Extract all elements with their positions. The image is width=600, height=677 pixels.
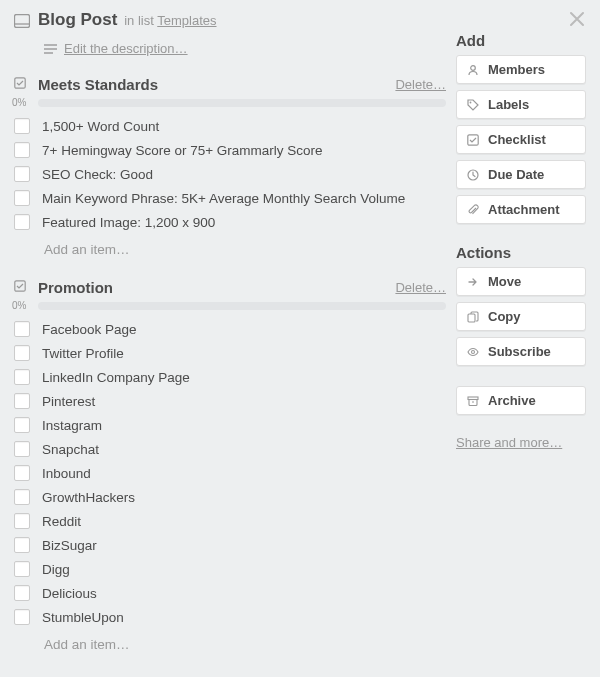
checklist-item[interactable]: Facebook Page: [10, 317, 446, 341]
checklist-item[interactable]: Twitter Profile: [10, 341, 446, 365]
checklist-item[interactable]: 1,500+ Word Count: [10, 114, 446, 138]
checklist-icon: [12, 280, 32, 296]
button-label: Copy: [488, 309, 521, 324]
checkbox[interactable]: [14, 142, 30, 158]
svg-rect-13: [468, 397, 478, 400]
checklist-item[interactable]: Instagram: [10, 413, 446, 437]
checklist-item[interactable]: SEO Check: Good: [10, 162, 446, 186]
checklist-item[interactable]: Delicious: [10, 581, 446, 605]
action-move-button[interactable]: Move: [456, 267, 586, 296]
card-header: Blog Post in list Templates: [10, 10, 446, 31]
checklist-item[interactable]: Pinterest: [10, 389, 446, 413]
checkbox[interactable]: [14, 190, 30, 206]
checkbox[interactable]: [14, 417, 30, 433]
checklist-item-label: Facebook Page: [42, 322, 137, 337]
checklist-header: Meets StandardsDelete…: [10, 76, 446, 93]
add-labels-button[interactable]: Labels: [456, 90, 586, 119]
checklist-title[interactable]: Meets Standards: [38, 76, 395, 93]
archive-icon: [466, 395, 480, 407]
checklist-item[interactable]: StumbleUpon: [10, 605, 446, 629]
checklist-item-label: Delicious: [42, 586, 97, 601]
checklist-delete-link[interactable]: Delete…: [395, 77, 446, 92]
checklist-item[interactable]: Main Keyword Phrase: 5K+ Average Monthly…: [10, 186, 446, 210]
checklist-icon: [466, 134, 480, 146]
checklist-delete-link[interactable]: Delete…: [395, 280, 446, 295]
checkbox[interactable]: [14, 561, 30, 577]
move-icon: [466, 276, 480, 288]
add-item-link[interactable]: Add an item…: [44, 637, 446, 652]
description-icon: [42, 44, 58, 54]
checklist-item[interactable]: Digg: [10, 557, 446, 581]
card-main: Blog Post in list Templates Edit the des…: [10, 10, 456, 674]
add-checklist-button[interactable]: Checklist: [456, 125, 586, 154]
checklist-item[interactable]: Reddit: [10, 509, 446, 533]
checklist-item[interactable]: GrowthHackers: [10, 485, 446, 509]
svg-rect-0: [15, 14, 30, 27]
checklist-item[interactable]: Inbound: [10, 461, 446, 485]
checklist-item-label: Inbound: [42, 466, 91, 481]
list-link[interactable]: Templates: [157, 13, 216, 28]
checkbox[interactable]: [14, 214, 30, 230]
checkbox[interactable]: [14, 609, 30, 625]
members-icon: [466, 64, 480, 76]
checkbox[interactable]: [14, 369, 30, 385]
add-heading: Add: [456, 32, 586, 49]
checklist-item-label: LinkedIn Company Page: [42, 370, 190, 385]
checkbox[interactable]: [14, 465, 30, 481]
checkbox[interactable]: [14, 166, 30, 182]
copy-icon: [466, 311, 480, 323]
checklist-item[interactable]: LinkedIn Company Page: [10, 365, 446, 389]
svg-rect-11: [468, 314, 475, 322]
add-members-button[interactable]: Members: [456, 55, 586, 84]
checkbox[interactable]: [14, 321, 30, 337]
checklist-percent: 0%: [10, 97, 38, 108]
svg-point-8: [470, 101, 472, 103]
checkbox[interactable]: [14, 345, 30, 361]
checkbox[interactable]: [14, 513, 30, 529]
checklist-item[interactable]: 7+ Hemingway Score or 75+ Grammarly Scor…: [10, 138, 446, 162]
checklist-item[interactable]: BizSugar: [10, 533, 446, 557]
in-list-prefix: in list: [124, 13, 154, 28]
button-label: Checklist: [488, 132, 546, 147]
svg-rect-6: [15, 280, 25, 290]
add-attachment-button[interactable]: Attachment: [456, 195, 586, 224]
action-copy-button[interactable]: Copy: [456, 302, 586, 331]
checkbox[interactable]: [14, 489, 30, 505]
action-archive-button[interactable]: Archive: [456, 386, 586, 415]
checklist-item-label: GrowthHackers: [42, 490, 135, 505]
edit-description-link[interactable]: Edit the description…: [64, 41, 188, 56]
checklist-item-label: Pinterest: [42, 394, 95, 409]
checklist-item[interactable]: Snapchat: [10, 437, 446, 461]
checklist-item-label: StumbleUpon: [42, 610, 124, 625]
checklist-icon: [12, 77, 32, 93]
checklist-item-label: 1,500+ Word Count: [42, 119, 159, 134]
button-label: Move: [488, 274, 521, 289]
checklist-progress: 0%: [10, 300, 446, 311]
checklist-percent: 0%: [10, 300, 38, 311]
checklist-item[interactable]: Featured Image: 1,200 x 900: [10, 210, 446, 234]
button-label: Attachment: [488, 202, 560, 217]
checkbox[interactable]: [14, 118, 30, 134]
card-title[interactable]: Blog Post: [38, 10, 117, 29]
close-icon[interactable]: [568, 10, 586, 31]
checklist-item-label: Twitter Profile: [42, 346, 124, 361]
checkbox[interactable]: [14, 537, 30, 553]
button-label: Subscribe: [488, 344, 551, 359]
checkbox[interactable]: [14, 441, 30, 457]
checklist-item-label: Main Keyword Phrase: 5K+ Average Monthly…: [42, 191, 405, 206]
checklist-section: Meets StandardsDelete…0%1,500+ Word Coun…: [10, 76, 446, 257]
checklist-progress: 0%: [10, 97, 446, 108]
attachment-icon: [466, 204, 480, 216]
checkbox[interactable]: [14, 393, 30, 409]
checkbox[interactable]: [14, 585, 30, 601]
share-link[interactable]: Share and more…: [456, 435, 562, 450]
checklist-title[interactable]: Promotion: [38, 279, 395, 296]
add-item-link[interactable]: Add an item…: [44, 242, 446, 257]
add-due-date-button[interactable]: Due Date: [456, 160, 586, 189]
progress-bar: [38, 99, 446, 107]
checklist-item-label: BizSugar: [42, 538, 97, 553]
card-sidebar: Add MembersLabelsChecklistDue DateAttach…: [456, 10, 586, 674]
action-subscribe-button[interactable]: Subscribe: [456, 337, 586, 366]
svg-rect-9: [468, 134, 478, 144]
checklist-item-label: Reddit: [42, 514, 81, 529]
